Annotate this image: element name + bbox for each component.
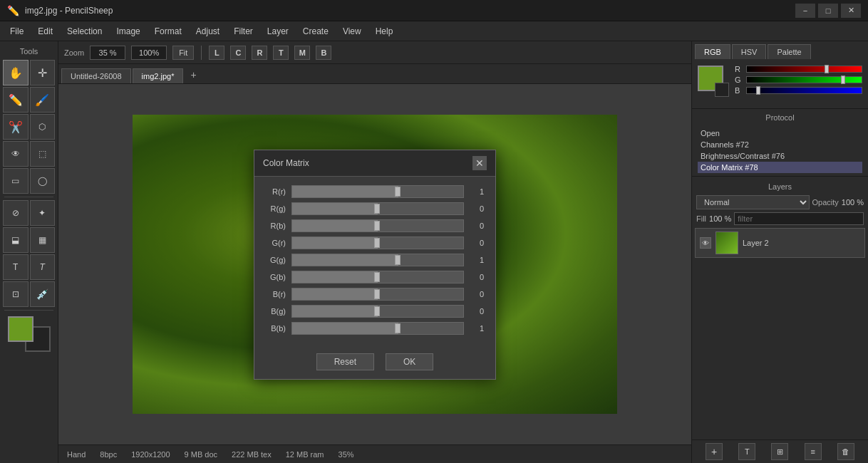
matrix-slider-fill-5 bbox=[292, 271, 378, 283]
text-transform-tool[interactable]: T bbox=[30, 254, 56, 280]
matrix-slider-thumb-5 bbox=[374, 272, 380, 282]
menu-layer[interactable]: Layer bbox=[260, 24, 296, 39]
color-section: R G B bbox=[692, 59, 868, 109]
magic-wand-tool[interactable]: ✦ bbox=[30, 200, 56, 226]
menu-view[interactable]: View bbox=[336, 24, 368, 39]
matrix-label-8: B(b) bbox=[266, 324, 286, 333]
protocol-channels[interactable]: Channels #72 bbox=[698, 139, 862, 150]
eraser-tool[interactable]: ⬡ bbox=[30, 114, 56, 140]
matrix-label-4: G(g) bbox=[266, 256, 286, 264]
statusbar: Hand 8bpc 1920x1200 9 MB doc 222 MB tex … bbox=[58, 444, 691, 463]
matrix-row-Br: B(r)0 bbox=[266, 288, 484, 301]
matrix-slider-5[interactable] bbox=[291, 271, 464, 283]
matrix-slider-7[interactable] bbox=[291, 305, 464, 318]
protocol-open[interactable]: Open bbox=[698, 128, 862, 139]
right-panel: RGB HSV Palette R bbox=[691, 41, 868, 463]
select-rect-tool[interactable]: ⬚ bbox=[30, 141, 56, 167]
color-preview-row: R G B bbox=[698, 65, 862, 97]
stamp-tool[interactable]: 👁 bbox=[3, 141, 29, 167]
menu-create[interactable]: Create bbox=[296, 24, 336, 39]
matrix-slider-4[interactable] bbox=[291, 254, 464, 266]
align-l-button[interactable]: L bbox=[209, 46, 224, 60]
color-tab-hsv[interactable]: HSV bbox=[732, 44, 767, 59]
align-t-button[interactable]: T bbox=[273, 46, 289, 60]
maximize-button[interactable]: □ bbox=[818, 4, 838, 18]
brush-tool[interactable]: 🖌️ bbox=[30, 87, 56, 113]
pen-tool[interactable]: ⊘ bbox=[3, 200, 29, 226]
tool-sep-1 bbox=[4, 197, 53, 197]
gradient-tool[interactable]: ▦ bbox=[30, 227, 56, 253]
hand-tool[interactable]: ✋ bbox=[3, 60, 29, 85]
minimize-button[interactable]: − bbox=[795, 4, 815, 18]
eyedropper-tool[interactable]: 💉 bbox=[30, 281, 56, 307]
pencil-tool[interactable]: ✏️ bbox=[3, 87, 29, 113]
dialog-close-button[interactable]: ✕ bbox=[472, 156, 487, 170]
add-layer-button[interactable]: + bbox=[706, 443, 723, 460]
tools-panel: Tools ✋ ✛ ✏️ 🖌️ ✂️ ⬡ 👁 ⬚ ▭ ◯ ⊘ ✦ ⬓ ▦ bbox=[0, 41, 58, 463]
matrix-slider-0[interactable] bbox=[291, 185, 464, 198]
cut-tool[interactable]: ✂️ bbox=[3, 114, 29, 140]
menu-selection[interactable]: Selection bbox=[60, 24, 109, 39]
tab-untitled[interactable]: Untitled-26008 bbox=[61, 68, 131, 83]
ellipse-tool[interactable]: ◯ bbox=[30, 168, 56, 194]
matrix-slider-8[interactable] bbox=[291, 322, 464, 335]
color-mode-tabs: RGB HSV Palette bbox=[692, 41, 868, 59]
align-r-button[interactable]: R bbox=[252, 46, 267, 60]
align-m-button[interactable]: M bbox=[294, 46, 310, 60]
menu-file[interactable]: File bbox=[3, 24, 31, 39]
dialog-overlay: Color Matrix ✕ R(r)1R(g)0R(b)0G(r)0G(g)1… bbox=[58, 84, 691, 444]
crop-tool[interactable]: ⊡ bbox=[3, 281, 29, 307]
matrix-slider-2[interactable] bbox=[291, 219, 464, 232]
opacity-label: Opacity bbox=[812, 198, 839, 207]
menu-filter[interactable]: Filter bbox=[227, 24, 260, 39]
add-text-layer-button[interactable]: T bbox=[738, 443, 755, 460]
delete-layer-button[interactable]: 🗑 bbox=[837, 443, 854, 460]
close-button[interactable]: ✕ bbox=[841, 4, 861, 18]
menu-edit[interactable]: Edit bbox=[31, 24, 60, 39]
align-b-button[interactable]: B bbox=[316, 46, 331, 60]
tab-img2[interactable]: img2.jpg* bbox=[133, 68, 184, 83]
add-tab-button[interactable]: + bbox=[185, 66, 202, 83]
matrix-value-6: 0 bbox=[470, 290, 484, 298]
matrix-slider-3[interactable] bbox=[291, 236, 464, 249]
zoom-fit-button[interactable]: Fit bbox=[172, 46, 194, 60]
color-tab-rgb[interactable]: RGB bbox=[695, 44, 730, 59]
canvas-area: Color Matrix ✕ R(r)1R(g)0R(b)0G(r)0G(g)1… bbox=[58, 84, 691, 444]
background-preview[interactable] bbox=[715, 83, 729, 97]
matrix-slider-1[interactable] bbox=[291, 202, 464, 215]
eye-icon: 👁 bbox=[702, 239, 709, 247]
fill-tool[interactable]: ⬓ bbox=[3, 227, 29, 253]
menu-adjust[interactable]: Adjust bbox=[189, 24, 227, 39]
matrix-row-Gg: G(g)1 bbox=[266, 254, 484, 266]
menubar: File Edit Selection Image Format Adjust … bbox=[0, 21, 868, 41]
reset-button[interactable]: Reset bbox=[316, 353, 374, 370]
matrix-row-Rb: R(b)0 bbox=[266, 219, 484, 232]
layer-filter-input[interactable] bbox=[734, 212, 864, 225]
protocol-brightness[interactable]: Brightness/Contrast #76 bbox=[698, 150, 862, 162]
protocol-colormatrix[interactable]: Color Matrix #78 bbox=[698, 162, 862, 173]
green-channel-slider[interactable] bbox=[746, 76, 862, 83]
duplicate-layer-button[interactable]: ⊞ bbox=[771, 443, 788, 460]
layer-2-row: 👁 Layer 2 bbox=[695, 228, 865, 258]
blend-mode-select[interactable]: Normal Multiply Screen bbox=[696, 195, 810, 209]
merge-layers-button[interactable]: ≡ bbox=[805, 443, 822, 460]
ok-button[interactable]: OK bbox=[386, 353, 433, 370]
layer-2-thumbnail bbox=[715, 232, 738, 254]
blue-channel-slider[interactable] bbox=[746, 87, 862, 94]
layer-2-visibility[interactable]: 👁 bbox=[700, 237, 711, 249]
zoom-100-input[interactable] bbox=[131, 46, 167, 60]
menu-format[interactable]: Format bbox=[148, 24, 189, 39]
menu-image[interactable]: Image bbox=[109, 24, 147, 39]
layer-2-name: Layer 2 bbox=[743, 239, 860, 247]
red-channel-slider[interactable] bbox=[746, 66, 862, 73]
foreground-color-swatch[interactable] bbox=[8, 316, 33, 342]
color-tab-palette[interactable]: Palette bbox=[768, 44, 810, 59]
menu-help[interactable]: Help bbox=[368, 24, 401, 39]
status-ram: 12 MB ram bbox=[286, 450, 324, 459]
zoom-input[interactable] bbox=[90, 46, 125, 60]
rect-tool[interactable]: ▭ bbox=[3, 168, 29, 194]
matrix-slider-6[interactable] bbox=[291, 288, 464, 301]
move-tool[interactable]: ✛ bbox=[30, 60, 56, 85]
text-tool[interactable]: T bbox=[3, 254, 29, 280]
align-c-button[interactable]: C bbox=[230, 46, 246, 60]
